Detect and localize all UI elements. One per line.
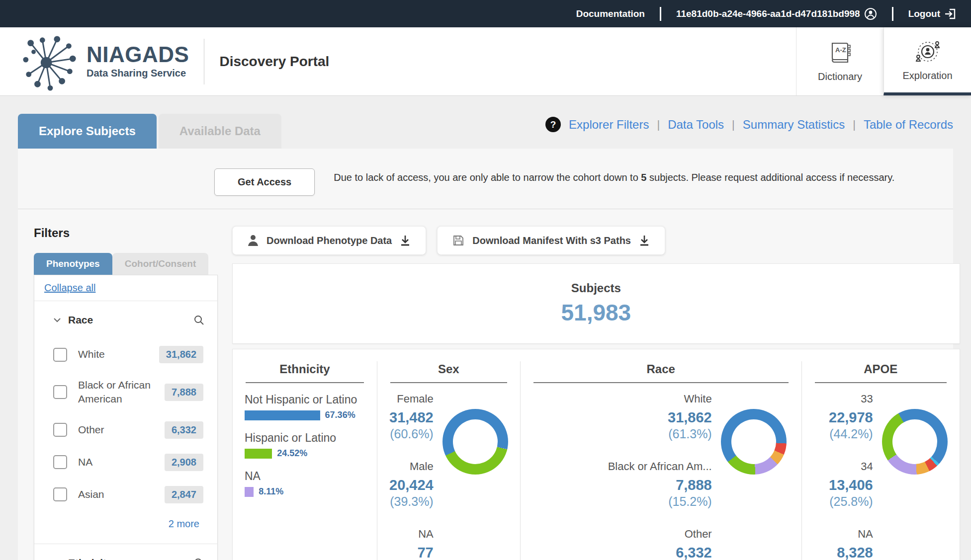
get-access-button[interactable]: Get Access xyxy=(214,168,315,196)
checkbox-white[interactable] xyxy=(53,348,67,362)
tab-row: Explore Subjects Available Data ? Explor… xyxy=(18,114,953,149)
count-badge: 7,888 xyxy=(165,384,203,401)
filter-label: NA xyxy=(78,455,154,469)
filter-section-ethnicity-label: Ethnicity xyxy=(68,557,187,560)
link-table-of-records[interactable]: Table of Records xyxy=(864,118,953,132)
filter-item-white: White 31,862 xyxy=(53,346,203,363)
nav-exploration-label: Exploration xyxy=(902,70,952,81)
stat-group: NA 8,328 (16%) xyxy=(814,527,873,560)
logout-label: Logout xyxy=(908,8,940,19)
filter-item-black-or-african-american: Black or African American 7,888 xyxy=(53,378,203,406)
brand-subtitle: Data Sharing Service xyxy=(87,68,189,79)
session-id-label: 11e81d0b-a24e-4966-aa1d-d47d181bd998 xyxy=(676,8,860,19)
chart-ethnicity: Ethnicity Not Hispanic or Latino 67.36% … xyxy=(233,361,377,560)
tab-available-data[interactable]: Available Data xyxy=(159,114,281,149)
download-phenotype-data-button[interactable]: Download Phenotype Data xyxy=(232,226,426,255)
download-row: Download Phenotype Data Download Manifes… xyxy=(232,226,960,255)
user-circle-icon xyxy=(864,7,877,20)
search-icon[interactable] xyxy=(193,558,204,560)
filter-label: Asian xyxy=(78,487,154,501)
race-more-link[interactable]: 2 more xyxy=(52,518,199,530)
svg-text:A-Z: A-Z xyxy=(835,46,846,54)
subjects-summary-card: Subjects 51,983 xyxy=(232,263,960,344)
chart-title: Race xyxy=(533,362,789,383)
bar-value-label: 67.36% xyxy=(325,410,355,420)
bar-value-label: 24.52% xyxy=(277,448,307,459)
access-alert-text: Due to lack of access, you are only able… xyxy=(334,168,894,186)
nav-tile-dictionary[interactable]: A-Z Dictionary xyxy=(796,27,883,95)
link-explorer-filters[interactable]: Explorer Filters xyxy=(569,118,649,132)
chart-title: Ethnicity xyxy=(246,362,364,383)
bar-hispanic[interactable] xyxy=(245,449,272,459)
page-tabs: Explore Subjects Available Data xyxy=(18,114,281,149)
bar-not-hispanic[interactable] xyxy=(245,410,320,420)
checkbox-black-or-african-american[interactable] xyxy=(53,385,67,399)
bar-group: Not Hispanic or Latino 67.36% xyxy=(245,392,365,420)
bar-na[interactable] xyxy=(245,487,254,497)
donut-chart[interactable] xyxy=(721,409,787,475)
download-manifest-button[interactable]: Download Manifest With s3 Paths xyxy=(437,226,665,255)
nav-dictionary-label: Dictionary xyxy=(818,71,862,82)
filter-tab-cohort-consent[interactable]: Cohort/Consent xyxy=(112,253,209,275)
filter-section-race[interactable]: Race xyxy=(34,301,217,331)
count-badge: 2,847 xyxy=(165,486,203,503)
donut-stats: White 31,862 (61.3%) Black or African Am… xyxy=(532,392,715,560)
search-icon[interactable] xyxy=(193,315,204,325)
documentation-link[interactable]: Documentation xyxy=(576,8,645,19)
filter-tab-phenotypes[interactable]: Phenotypes xyxy=(34,253,112,275)
header-nav: A-Z Dictionary Exploration xyxy=(796,27,971,95)
count-badge: 2,908 xyxy=(165,454,203,471)
tab-explore-subjects[interactable]: Explore Subjects xyxy=(18,114,157,149)
link-separator: | xyxy=(657,118,660,131)
filter-item-other: Other 6,332 xyxy=(53,421,203,439)
results-area: Download Phenotype Data Download Manifes… xyxy=(227,226,962,560)
subjects-label: Subjects xyxy=(571,281,621,295)
logout-button[interactable]: Logout xyxy=(908,7,957,20)
topbar-divider xyxy=(892,7,893,21)
stat-group: Male 20,424 (39.3%) xyxy=(389,460,434,509)
link-data-tools[interactable]: Data Tools xyxy=(668,118,724,132)
link-summary-statistics[interactable]: Summary Statistics xyxy=(743,118,845,132)
filter-section-ethnicity[interactable]: Ethnicity xyxy=(34,544,217,560)
donut-stats: Female 31,482 (60.6%) Male 20,424 (39.3%… xyxy=(389,392,437,560)
access-alert: Get Access Due to lack of access, you ar… xyxy=(18,149,953,209)
niagads-network-logo-icon xyxy=(21,32,80,91)
download-icon xyxy=(639,235,650,246)
dictionary-book-icon: A-Z xyxy=(827,40,853,66)
nav-tile-exploration[interactable]: Exploration xyxy=(883,27,971,95)
explore-subjects-panel: Get Access Due to lack of access, you ar… xyxy=(18,149,953,560)
filter-card: Collapse all Race White 31,862 xyxy=(34,275,218,560)
app-header: NIAGADS Data Sharing Service Discovery P… xyxy=(0,27,971,96)
stat-group: Female 31,482 (60.6%) xyxy=(389,392,434,442)
chevron-down-icon xyxy=(52,315,62,325)
collapse-all-link[interactable]: Collapse all xyxy=(44,282,95,293)
top-navigation-bar: Documentation 11e81d0b-a24e-4966-aa1d-d4… xyxy=(0,0,971,27)
help-icon[interactable]: ? xyxy=(545,117,561,132)
checkbox-other[interactable] xyxy=(53,423,67,437)
brand-name: NIAGADS xyxy=(87,44,189,66)
header-divider xyxy=(204,39,204,84)
checkbox-na[interactable] xyxy=(53,455,67,469)
niagads-brand[interactable]: NIAGADS Data Sharing Service xyxy=(0,27,189,95)
donut-stats: 33 22,978 (44.2%) 34 13,406 (25.8%) NA 8… xyxy=(814,392,876,560)
stat-group: 34 13,406 (25.8%) xyxy=(814,460,873,509)
chart-donut-column: APOE 33 22,978 (44.2%) 34 13,406 (25.8%)… xyxy=(801,361,960,560)
stat-group: Black or African Am... 7,888 (15.2%) xyxy=(532,460,712,509)
stat-group: White 31,862 (61.3%) xyxy=(532,392,712,442)
filter-label: Other xyxy=(78,423,154,437)
filters-title: Filters xyxy=(34,226,227,240)
filters-sidebar: Filters Phenotypes Cohort/Consent Collap… xyxy=(18,226,227,560)
chart-title: Sex xyxy=(390,362,507,383)
topbar-divider xyxy=(660,7,661,21)
donut-chart[interactable] xyxy=(442,409,508,475)
donut-chart[interactable] xyxy=(882,409,948,475)
filter-label: Black or African American xyxy=(78,378,154,406)
subjects-count: 51,983 xyxy=(561,299,631,326)
chart-donut-column: Race White 31,862 (61.3%) Black or Afric… xyxy=(520,361,801,560)
quick-links: ? Explorer Filters | Data Tools | Summar… xyxy=(545,114,953,132)
checkbox-asian[interactable] xyxy=(53,487,67,501)
link-separator: | xyxy=(732,118,735,131)
stat-group: 33 22,978 (44.2%) xyxy=(814,392,873,442)
session-id-item[interactable]: 11e81d0b-a24e-4966-aa1d-d47d181bd998 xyxy=(676,7,877,20)
filter-item-asian: Asian 2,847 xyxy=(53,486,203,503)
